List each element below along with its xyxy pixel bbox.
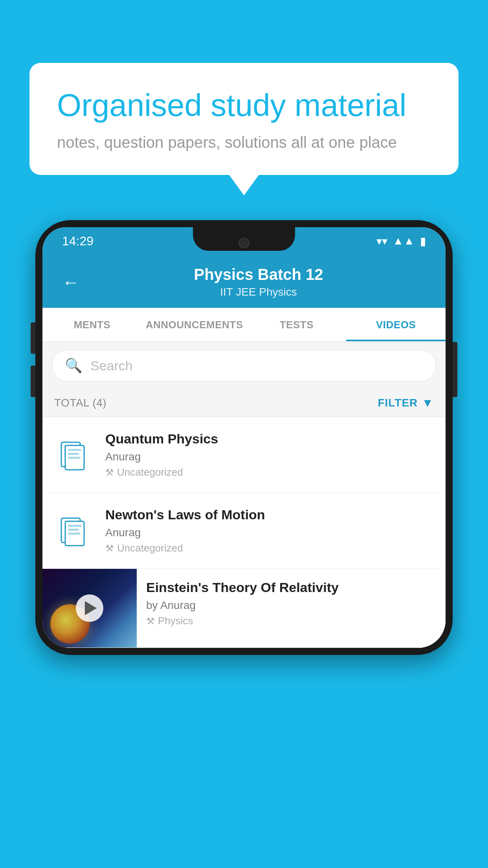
status-icons: ▾▾ ▲▲ ▮ xyxy=(376,235,426,248)
tag-icon: ⚒ xyxy=(105,543,114,554)
list-item[interactable]: Newton's Laws of Motion Anurag ⚒ Uncateg… xyxy=(42,493,446,569)
play-button[interactable] xyxy=(76,594,103,622)
tag-label: Physics xyxy=(158,615,193,627)
side-button-power xyxy=(453,342,457,397)
battery-icon: ▮ xyxy=(420,235,426,248)
video-title: Quantum Physics xyxy=(105,431,434,447)
side-button-volume-down xyxy=(31,366,35,397)
video-tag: ⚒ Uncategorized xyxy=(105,542,434,554)
content-area: Quantum Physics Anurag ⚒ Uncategorized xyxy=(42,417,446,648)
app-header: ← Physics Batch 12 IIT JEE Physics xyxy=(42,255,446,308)
phone-screen: 14:29 ▾▾ ▲▲ ▮ ← Physics Batch 12 IIT JEE… xyxy=(42,227,446,648)
phone-outer: 14:29 ▾▾ ▲▲ ▮ ← Physics Batch 12 IIT JEE… xyxy=(35,220,453,655)
filter-button[interactable]: FILTER ▼ xyxy=(378,396,434,410)
total-count: TOTAL (4) xyxy=(54,397,106,409)
header-title-group: Physics Batch 12 IIT JEE Physics xyxy=(91,266,426,298)
svg-rect-7 xyxy=(68,457,81,459)
search-icon: 🔍 xyxy=(65,357,83,374)
phone-camera xyxy=(238,237,250,248)
play-triangle-icon xyxy=(85,601,97,615)
video-title: Einstein's Theory Of Relativity xyxy=(146,580,436,595)
tag-icon: ⚒ xyxy=(105,467,114,478)
header-title: Physics Batch 12 xyxy=(91,266,426,283)
filter-row: TOTAL (4) FILTER ▼ xyxy=(42,389,446,417)
list-item[interactable]: Einstein's Theory Of Relativity by Anura… xyxy=(42,569,446,648)
video-tag: ⚒ Physics xyxy=(146,615,436,627)
tag-label: Uncategorized xyxy=(117,542,183,554)
phone-notch xyxy=(193,227,295,251)
tab-ments[interactable]: MENTS xyxy=(42,308,142,341)
file-icon-wrap xyxy=(54,514,94,548)
signal-icon: ▲▲ xyxy=(393,235,415,247)
bubble-title: Organised study material xyxy=(57,86,431,124)
video-info: Quantum Physics Anurag ⚒ Uncategorized xyxy=(105,431,434,478)
status-time: 14:29 xyxy=(62,234,94,248)
filter-label: FILTER xyxy=(378,397,418,409)
wifi-icon: ▾▾ xyxy=(376,235,387,248)
video-tag: ⚒ Uncategorized xyxy=(105,466,434,478)
speech-bubble: Organised study material notes, question… xyxy=(29,63,459,175)
video-info: Einstein's Theory Of Relativity by Anura… xyxy=(137,569,446,638)
side-button-volume-up xyxy=(31,322,35,354)
tab-tests[interactable]: TESTS xyxy=(247,308,346,341)
video-info: Newton's Laws of Motion Anurag ⚒ Uncateg… xyxy=(105,507,434,554)
speech-bubble-wrapper: Organised study material notes, question… xyxy=(29,63,459,175)
video-thumbnail xyxy=(42,569,137,647)
video-author: by Anurag xyxy=(146,599,436,612)
video-author: Anurag xyxy=(105,526,434,539)
svg-rect-5 xyxy=(68,449,81,451)
svg-rect-10 xyxy=(68,525,81,527)
video-title: Newton's Laws of Motion xyxy=(105,507,434,522)
search-bar-wrapper: 🔍 Search xyxy=(42,342,446,389)
tag-label: Uncategorized xyxy=(117,466,183,478)
file-icon-wrap xyxy=(54,438,94,472)
svg-rect-6 xyxy=(68,453,79,455)
search-placeholder: Search xyxy=(90,358,133,373)
svg-rect-12 xyxy=(68,533,81,535)
tab-videos[interactable]: VIDEOS xyxy=(346,308,446,341)
header-subtitle: IIT JEE Physics xyxy=(91,286,426,298)
file-icon xyxy=(59,438,89,472)
search-bar[interactable]: 🔍 Search xyxy=(52,350,436,381)
tab-announcements[interactable]: ANNOUNCEMENTS xyxy=(142,308,247,341)
list-item[interactable]: Quantum Physics Anurag ⚒ Uncategorized xyxy=(42,417,446,493)
file-icon xyxy=(59,514,89,548)
phone-frame: 14:29 ▾▾ ▲▲ ▮ ← Physics Batch 12 IIT JEE… xyxy=(35,220,453,868)
video-author: Anurag xyxy=(105,451,434,463)
bubble-subtitle: notes, question papers, solutions all at… xyxy=(57,134,431,151)
filter-funnel-icon: ▼ xyxy=(422,396,434,410)
svg-rect-11 xyxy=(68,529,79,531)
tag-icon: ⚒ xyxy=(146,616,155,627)
tabs-bar: MENTS ANNOUNCEMENTS TESTS VIDEOS xyxy=(42,308,446,342)
back-button[interactable]: ← xyxy=(62,272,79,292)
